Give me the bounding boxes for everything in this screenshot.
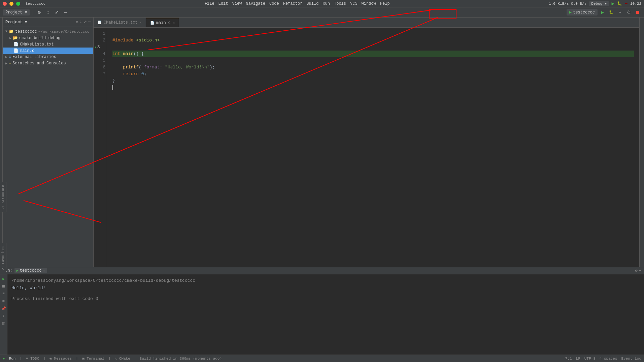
run-tab-item[interactable]: ▶ testccccc ✕	[14, 268, 47, 273]
statusbar: ▶ Run | ≡ TODO | ◉ Messages | ▣ Terminal…	[0, 355, 644, 362]
stop-button[interactable]: ⏹	[634, 9, 641, 16]
console-output[interactable]: /home/impressionyang/workspace/C/testccc…	[7, 274, 644, 355]
minimize-button[interactable]	[9, 2, 13, 6]
status-sep2: |	[43, 357, 46, 361]
editor-scrollbar[interactable]	[639, 18, 644, 267]
run-config-label: testccccc	[573, 10, 595, 15]
close-button[interactable]	[3, 2, 7, 6]
status-sep4: |	[108, 357, 111, 361]
run-button[interactable]: ▶	[599, 9, 606, 16]
coverage-button[interactable]: ☂	[616, 9, 624, 16]
tab-cmake-lists[interactable]: 📄 CMakeLists.txt ✕	[94, 18, 146, 27]
cmake-txt-icon: 📄	[13, 42, 19, 47]
project-panel-title[interactable]: Project ▼	[5, 20, 27, 25]
tree-scratches[interactable]: ▶ ✏ Scratches and Consoles	[3, 60, 93, 66]
console-run-btn[interactable]: ▶	[1, 276, 7, 282]
menu-run[interactable]: Run	[323, 1, 330, 6]
console-list-btn[interactable]: ≡	[1, 291, 7, 297]
main-area: Project ▼ ⚙ ↕ ⤢ — ▼ 📁 testccccc ~/worksp…	[0, 18, 644, 267]
structure-tab[interactable]: 2: Structure	[0, 182, 6, 212]
menu-refactor[interactable]: Refactor	[283, 1, 303, 6]
run-icon: ▶	[569, 10, 572, 15]
tree-arrow-cmake: ▶	[9, 36, 11, 40]
run-config-dropdown[interactable]: ▶ testccccc	[567, 9, 598, 16]
panel-close-icon[interactable]: —	[88, 20, 91, 25]
run-config-debug[interactable]: Debug ▼	[589, 1, 609, 6]
run-tab-icon: ▶	[16, 269, 19, 273]
settings-icon[interactable]: ⚙	[36, 9, 43, 16]
line-ending: LF	[576, 357, 580, 361]
console-scroll-btn[interactable]: ↕	[1, 313, 7, 319]
console-trash-btn[interactable]: 🗑	[1, 320, 7, 326]
tree-root[interactable]: ▼ 📁 testccccc ~/workspace/C/testccccc	[3, 28, 93, 35]
status-cmake-tab[interactable]: △ CMake	[115, 356, 130, 361]
panel-expand-icon[interactable]: ⤢	[83, 20, 87, 25]
run-tab-label: Run: ▶ testccccc ✕	[3, 268, 47, 273]
profile-button[interactable]: ⏱	[625, 9, 633, 16]
run-tab-name: testccccc	[20, 268, 42, 273]
menu-file[interactable]: File	[205, 1, 214, 6]
toolbar: Project ▼ ⚙ ↕ ⤢ — ▶ testccccc ▶ 🐛 ☂ ⏱ ⏹	[0, 7, 644, 18]
editor-area: 📄 CMakeLists.txt ✕ 📄 main.c ✕ 1 2 ▶ 3 4 …	[94, 18, 639, 267]
event-log[interactable]: Event Log	[621, 357, 641, 361]
panel-sort-icon[interactable]: ↕	[80, 20, 82, 25]
run-minimize-icon[interactable]: —	[639, 268, 641, 273]
titlebar-left: testccccc	[3, 2, 45, 6]
tree-external-libs[interactable]: ▶ ≡ External Libraries	[3, 54, 93, 60]
menu-help[interactable]: Help	[380, 1, 390, 6]
status-terminal-tab[interactable]: ▣ Terminal	[82, 356, 104, 361]
folder-icon: 📁	[9, 29, 14, 34]
window-title: testccccc	[26, 2, 45, 6]
code-content[interactable]: #include <stdio.h> int main() { printf( …	[107, 28, 639, 267]
main-c-tab-close[interactable]: ✕	[173, 21, 175, 25]
highlighted-stop-area	[625, 3, 628, 4]
project-tree: ▼ 📁 testccccc ~/workspace/C/testccccc ▶ …	[3, 27, 93, 267]
debug-button-toolbar[interactable]: 🐛	[617, 1, 622, 6]
indent-info: 4 spaces	[600, 357, 617, 361]
close-panel-icon[interactable]: —	[62, 9, 69, 16]
menu-tools[interactable]: Tools	[334, 1, 346, 6]
main-c-tab-icon: 📄	[150, 21, 154, 25]
menu-code[interactable]: Code	[269, 1, 279, 6]
menu-edit[interactable]: Edit	[218, 1, 228, 6]
run-button-toolbar[interactable]: ▶	[612, 1, 614, 6]
line-numbers: 1 2 ▶ 3 4 5 6 7	[94, 28, 107, 267]
status-sep1: |	[20, 357, 22, 361]
expand-icon[interactable]: ⤢	[53, 9, 61, 16]
network-stats: 1.0 KiB/s 0.0 B/s	[549, 2, 586, 6]
debug-button[interactable]: 🐛	[608, 9, 615, 16]
project-dropdown[interactable]: Project ▼	[3, 9, 30, 16]
status-run-tab[interactable]: Run	[9, 357, 16, 361]
favorites-tab[interactable]: 2: Favorites	[0, 243, 6, 273]
panel-settings-icon[interactable]: ⚙	[76, 20, 78, 25]
tree-cmake-lists[interactable]: 📄 CMakeLists.txt	[3, 41, 93, 48]
menu-vcs[interactable]: VCS	[350, 1, 358, 6]
status-todo-tab[interactable]: ≡ TODO	[26, 357, 39, 361]
toolbar-separator	[33, 9, 33, 16]
cmake-tab-label: CMakeLists.txt	[104, 20, 138, 25]
tree-main-c[interactable]: 📄 main.c	[3, 48, 93, 54]
statusbar-left: ▶ Run | ≡ TODO | ◉ Messages | ▣ Terminal…	[3, 356, 222, 361]
tab-main-c[interactable]: 📄 main.c ✕	[146, 18, 179, 27]
tree-root-path: ~/workspace/C/testccccc	[38, 30, 90, 34]
run-settings-icon[interactable]: ⚙	[635, 268, 638, 273]
run-panel-header: Run: ▶ testccccc ✕ ⚙ —	[0, 267, 644, 274]
menu-window[interactable]: Window	[362, 1, 376, 6]
tree-cmake-build[interactable]: ▶ 📂 cmake-build-debug	[3, 35, 93, 41]
tree-arrow-ext: ▶	[5, 55, 7, 59]
left-activity-bar	[0, 18, 3, 267]
tree-cmake-name: cmake-build-debug	[19, 36, 60, 40]
status-messages-tab[interactable]: ◉ Messages	[49, 356, 72, 361]
console-pin-btn[interactable]: 📌	[1, 305, 7, 311]
menu-build[interactable]: Build	[306, 1, 318, 6]
titlebar-right: 1.0 KiB/s 0.0 B/s Debug ▼ ▶ 🐛 10:22	[549, 1, 641, 6]
menu-view[interactable]: View	[232, 1, 242, 6]
console-stop-btn[interactable]: ⏹	[1, 283, 7, 289]
run-tab-close[interactable]: ✕	[43, 269, 45, 273]
menu-navigate[interactable]: Navigate	[246, 1, 265, 6]
code-editor[interactable]: 1 2 ▶ 3 4 5 6 7 #include <stdio.h> int m…	[94, 28, 639, 267]
sync-icon[interactable]: ↕	[44, 9, 52, 16]
maximize-button[interactable]	[16, 2, 20, 6]
cmake-tab-close[interactable]: ✕	[140, 21, 142, 25]
console-split-btn[interactable]: ⊞	[1, 298, 7, 304]
